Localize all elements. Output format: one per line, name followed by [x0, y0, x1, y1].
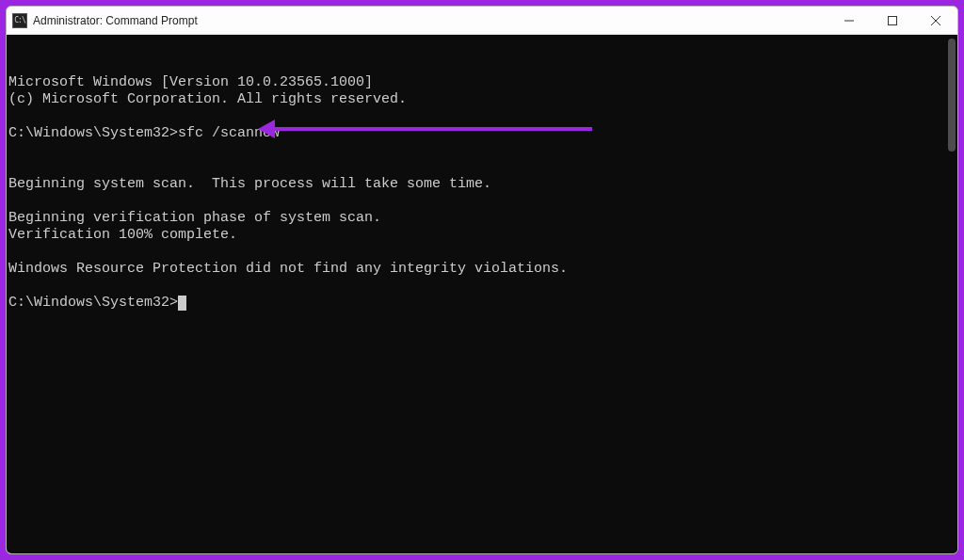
- terminal-line: C:\Windows\System32>sfc /scannow: [8, 125, 957, 142]
- terminal-line: Windows Resource Protection did not find…: [8, 261, 957, 278]
- scrollbar-thumb[interactable]: [948, 39, 956, 152]
- terminal-line: [8, 108, 957, 125]
- close-button[interactable]: [914, 7, 957, 34]
- maximize-icon: [888, 16, 897, 25]
- terminal-line: Verification 100% complete.: [8, 227, 957, 244]
- cmd-icon: C:\: [12, 13, 27, 28]
- window-controls: [827, 7, 957, 34]
- window-titlebar[interactable]: C:\ Administrator: Command Prompt: [7, 7, 957, 35]
- terminal-line: [8, 244, 957, 261]
- scrollbar[interactable]: [944, 35, 957, 553]
- terminal-line: Microsoft Windows [Version 10.0.23565.10…: [8, 74, 957, 91]
- terminal-line: C:\Windows\System32>: [8, 295, 957, 312]
- terminal-line: Beginning verification phase of system s…: [8, 210, 957, 227]
- minimize-button[interactable]: [827, 7, 871, 34]
- maximize-button[interactable]: [871, 7, 914, 34]
- window-title: Administrator: Command Prompt: [33, 14, 198, 27]
- command-prompt-window: C:\ Administrator: Command Prompt Micros…: [6, 6, 958, 554]
- minimize-icon: [844, 16, 854, 25]
- text-cursor: [178, 296, 186, 311]
- terminal-line: [8, 193, 957, 210]
- terminal-line: (c) Microsoft Corporation. All rights re…: [8, 91, 957, 108]
- titlebar-left: C:\ Administrator: Command Prompt: [12, 13, 198, 28]
- terminal-line: [8, 142, 957, 159]
- svg-rect-1: [889, 16, 897, 24]
- close-icon: [931, 16, 940, 25]
- terminal-line: [8, 159, 957, 176]
- terminal-line: Beginning system scan. This process will…: [8, 176, 957, 193]
- terminal-output[interactable]: Microsoft Windows [Version 10.0.23565.10…: [7, 35, 957, 553]
- terminal-line: [8, 278, 957, 295]
